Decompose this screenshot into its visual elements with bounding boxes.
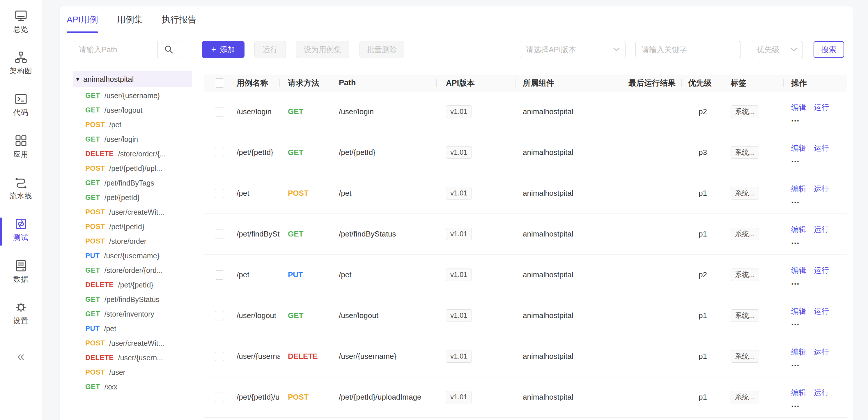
row-checkbox[interactable]: [215, 230, 224, 239]
tag-badge: 系统...: [731, 350, 759, 363]
run-link[interactable]: 运行: [814, 102, 829, 113]
edit-link[interactable]: 编辑: [791, 143, 806, 153]
sidebar-item-data[interactable]: 数据: [0, 259, 42, 289]
run-link[interactable]: 运行: [814, 347, 829, 357]
edit-link[interactable]: 编辑: [791, 265, 806, 275]
table-body: /user/login GET /user/login v1.01 animal…: [204, 91, 847, 418]
col-path: Path: [331, 74, 437, 91]
monitor-icon: [14, 9, 28, 23]
run-link[interactable]: 运行: [814, 224, 829, 235]
cell-last-result: [620, 377, 682, 417]
sidebar-item-pipeline[interactable]: 流水线: [0, 175, 42, 206]
method-label: POST: [85, 222, 105, 231]
edit-link[interactable]: 编辑: [791, 388, 806, 398]
tree-api-item[interactable]: POST /user/createWit...: [73, 205, 192, 219]
tabs: API用例 用例集 执行报告: [60, 6, 853, 33]
tab-case-sets[interactable]: 用例集: [117, 6, 143, 33]
table-row: /pet/{petId} GET /pet/{petId} v1.01 anim…: [204, 132, 847, 173]
tag-badge: 系统...: [731, 106, 759, 118]
path-search-group: [73, 41, 180, 58]
tree-items: GET /user/{username} GET /user/logout PO…: [73, 88, 192, 394]
table-row: /pet PUT /pet v1.01 animalhostpital p2 系…: [204, 254, 847, 295]
search-button[interactable]: 搜索: [813, 41, 844, 58]
more-actions-button[interactable]: ...: [791, 320, 800, 325]
tree-api-item[interactable]: GET /store/inventory: [73, 307, 192, 321]
tree-api-item[interactable]: POST /user: [73, 365, 192, 380]
sidebar-item-overview[interactable]: 总览: [0, 9, 42, 39]
tree-api-item[interactable]: POST /pet/{petId}/upl...: [73, 161, 192, 176]
tree-api-item[interactable]: POST /pet: [73, 117, 192, 132]
edit-link[interactable]: 编辑: [791, 224, 806, 235]
run-link[interactable]: 运行: [814, 388, 829, 398]
row-checkbox[interactable]: [215, 352, 224, 361]
run-link[interactable]: 运行: [814, 184, 829, 194]
tree-api-item[interactable]: GET /user/login: [73, 132, 192, 147]
sidebar-item-settings[interactable]: 设置: [0, 300, 42, 331]
api-tree: ▾ animalhostpital GET /user/{username} G…: [73, 71, 192, 418]
cell-actions: 编辑 运行 ...: [783, 132, 847, 173]
row-checkbox[interactable]: [215, 148, 224, 157]
edit-link[interactable]: 编辑: [791, 184, 806, 194]
chevron-down-icon: [613, 47, 620, 52]
row-checkbox[interactable]: [215, 189, 224, 198]
tree-api-item[interactable]: PUT /pet: [73, 321, 192, 336]
sidebar-item-code[interactable]: 代码: [0, 92, 42, 122]
api-version-badge: v1.01: [446, 146, 472, 159]
more-actions-button[interactable]: ...: [791, 402, 800, 407]
tree-api-item[interactable]: DELETE /pet/{petId}: [73, 277, 192, 292]
tree-api-item[interactable]: POST /pet/{petId}: [73, 219, 192, 234]
edit-link[interactable]: 编辑: [791, 306, 806, 316]
edit-link[interactable]: 编辑: [791, 102, 806, 113]
tag-badge: 系统...: [731, 269, 759, 281]
tab-api-cases[interactable]: API用例: [67, 6, 98, 33]
test-icon: [14, 217, 28, 231]
keyword-input[interactable]: [636, 41, 741, 58]
more-actions-button[interactable]: ...: [791, 280, 800, 284]
tree-root-node[interactable]: ▾ animalhostpital: [73, 71, 192, 87]
path-search-input[interactable]: [73, 41, 157, 58]
tree-api-item[interactable]: GET /pet/findByTags: [73, 176, 192, 190]
run-link[interactable]: 运行: [814, 306, 829, 316]
more-actions-button[interactable]: ...: [791, 239, 800, 244]
tree-api-item[interactable]: GET /user/logout: [73, 103, 192, 117]
tree-api-item[interactable]: DELETE /store/order/{...: [73, 147, 192, 161]
tree-api-item[interactable]: POST /store/order: [73, 234, 192, 248]
add-button[interactable]: + 添加: [202, 41, 245, 58]
tree-api-item[interactable]: PUT /user/{username}: [73, 248, 192, 263]
set-suite-button[interactable]: 设为用例集: [296, 41, 349, 58]
sidebar-item-architecture[interactable]: 架构图: [0, 50, 42, 81]
select-all-checkbox[interactable]: [215, 78, 224, 88]
more-actions-button[interactable]: ...: [791, 361, 800, 366]
more-actions-button[interactable]: ...: [791, 117, 800, 121]
cell-component: animalhostpital: [516, 132, 620, 173]
tree-api-item[interactable]: GET /xxx: [73, 380, 192, 394]
row-checkbox[interactable]: [215, 107, 224, 117]
run-link[interactable]: 运行: [814, 143, 829, 153]
row-checkbox[interactable]: [215, 393, 224, 402]
tree-api-item[interactable]: POST /user/createWit...: [73, 336, 192, 350]
run-button[interactable]: 运行: [254, 41, 286, 58]
tree-api-item[interactable]: GET /pet/{petId}: [73, 190, 192, 205]
more-actions-button[interactable]: ...: [791, 157, 800, 162]
run-link[interactable]: 运行: [814, 265, 829, 275]
tree-api-item[interactable]: GET /user/{username}: [73, 88, 192, 103]
batch-delete-button[interactable]: 批量删除: [360, 41, 404, 58]
method-label: DELETE: [85, 281, 114, 289]
api-version-select[interactable]: 请选择API版本: [520, 41, 625, 58]
more-actions-button[interactable]: ...: [791, 198, 800, 203]
edit-link[interactable]: 编辑: [791, 347, 806, 357]
tree-api-item[interactable]: GET /store/order/{ord...: [73, 263, 192, 277]
path-search-button[interactable]: [157, 41, 180, 58]
sidebar-item-apps[interactable]: 应用: [0, 134, 42, 164]
row-checkbox[interactable]: [215, 311, 224, 320]
tree-api-item[interactable]: DELETE /user/{usern...: [73, 350, 192, 365]
col-actions: 操作: [783, 74, 847, 91]
tab-reports[interactable]: 执行报告: [161, 6, 196, 33]
priority-select[interactable]: 优先级: [751, 41, 803, 58]
cell-method: GET: [280, 132, 331, 173]
sidebar-item-test[interactable]: 测试: [0, 217, 42, 247]
path-label: /xxx: [104, 383, 117, 391]
collapse-sidebar-button[interactable]: «: [17, 348, 25, 364]
tree-api-item[interactable]: GET /pet/findByStatus: [73, 292, 192, 307]
row-checkbox[interactable]: [215, 270, 224, 280]
